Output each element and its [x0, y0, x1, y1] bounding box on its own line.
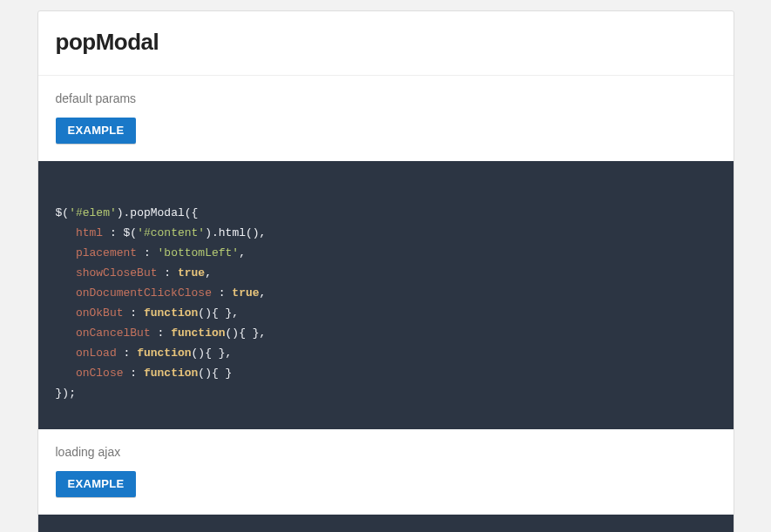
- code-token-fn: .html: [212, 226, 246, 239]
- code-token-paren: (: [130, 226, 137, 239]
- code-block: $('#elem').popModal({ html : $('#content…: [38, 161, 734, 429]
- section-loading-ajax: loading ajax EXAMPLE: [38, 429, 734, 515]
- code-token-colon: :: [124, 367, 144, 380]
- code-token-colon: :: [158, 266, 178, 279]
- code-token-kw: function: [137, 347, 191, 360]
- code-token-prop: placement: [76, 246, 137, 259]
- code-token-colon: :: [124, 306, 144, 320]
- code-token-kw: true: [178, 266, 205, 279]
- code-token-prop: showCloseBut: [76, 266, 158, 279]
- code-token-paren: ,: [205, 266, 212, 279]
- page-title: popModal: [56, 29, 716, 56]
- code-token-paren: ,: [260, 226, 267, 239]
- code-token-paren: ): [205, 226, 212, 239]
- code-token-kw: function: [144, 306, 198, 320]
- code-token-paren: ,: [232, 306, 239, 320]
- code-token-paren: (){ }: [192, 347, 226, 360]
- code-token-colon: :: [137, 246, 157, 259]
- code-token-prop: onClose: [76, 367, 124, 380]
- code-token-paren: (){ }: [198, 367, 232, 380]
- code-token-prop: onDocumentClickClose: [76, 286, 212, 300]
- section-default-params: default params EXAMPLE: [38, 76, 734, 161]
- code-token-paren: (: [62, 206, 69, 219]
- code-token-prop: onCancelBut: [76, 327, 151, 340]
- code-token-prop: html: [76, 226, 103, 239]
- code-token-colon: :: [117, 347, 137, 360]
- code-block-continuation: [38, 515, 734, 532]
- code-token-paren: {: [192, 206, 199, 219]
- code-token-colon: :: [103, 226, 123, 239]
- code-token-paren: ,: [239, 246, 246, 259]
- code-token-colon: :: [212, 286, 232, 300]
- section-label: loading ajax: [56, 445, 716, 459]
- code-token-str: '#elem': [69, 206, 117, 219]
- code-token-kw: function: [144, 367, 198, 380]
- code-token-paren: (){ }: [226, 327, 260, 340]
- code-token-paren: ,: [260, 327, 267, 340]
- code-token-paren: ;: [69, 387, 76, 400]
- card-header: popModal: [38, 11, 734, 76]
- code-token-paren: (: [185, 206, 192, 219]
- code-token-fn: .popModal: [124, 206, 185, 219]
- example-button[interactable]: EXAMPLE: [56, 471, 137, 497]
- code-token-paren: ): [62, 387, 69, 400]
- code-token-kw: true: [232, 286, 259, 300]
- code-token-colon: :: [151, 327, 171, 340]
- code-token-paren: ,: [260, 286, 267, 300]
- example-button[interactable]: EXAMPLE: [56, 118, 137, 144]
- code-token-paren: (): [246, 226, 260, 239]
- code-token-str: 'bottomLeft': [158, 246, 240, 259]
- section-label: default params: [56, 91, 716, 105]
- code-token-paren: ): [117, 206, 124, 219]
- code-token-str: '#content': [137, 226, 205, 239]
- code-token-paren: ,: [226, 347, 233, 360]
- code-token-prop: onOkBut: [76, 306, 124, 320]
- code-token-prop: onLoad: [76, 347, 117, 360]
- code-token-kw: function: [171, 327, 225, 340]
- code-token-paren: (){ }: [198, 306, 232, 320]
- doc-card: popModal default params EXAMPLE $('#elem…: [37, 10, 734, 532]
